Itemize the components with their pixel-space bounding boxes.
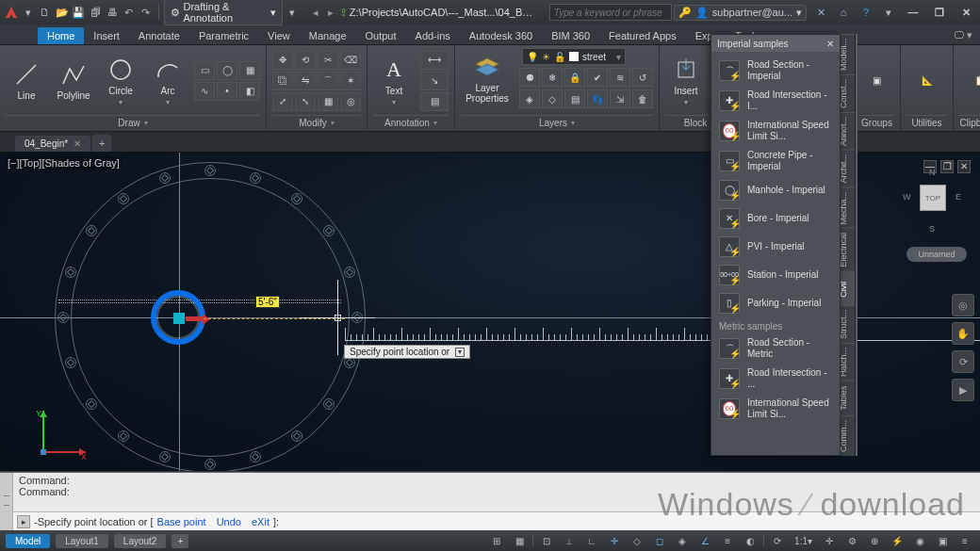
- dynamic-distance-input[interactable]: 5'-6": [255, 296, 280, 308]
- palette-side-tab[interactable]: Struct...: [839, 305, 855, 343]
- palette-side-tab[interactable]: Modeli...: [839, 34, 855, 74]
- measure-button[interactable]: 📐: [906, 67, 947, 95]
- circle-button[interactable]: Circle▾: [100, 56, 141, 106]
- base-point-grip[interactable]: [173, 313, 185, 324]
- nav-pan-icon[interactable]: ✋: [952, 322, 974, 345]
- 3dosnap-toggle-icon[interactable]: ◈: [673, 532, 692, 549]
- new-drawing-tab[interactable]: +: [92, 135, 111, 152]
- palette-item[interactable]: ⏜⚡Road Section - Imperial: [711, 56, 840, 86]
- move-icon[interactable]: ✥: [272, 51, 293, 70]
- isolate-icon[interactable]: ◉: [910, 532, 929, 549]
- insert-block-button[interactable]: Insert▾: [665, 56, 707, 106]
- transparency-toggle-icon[interactable]: ◐: [741, 532, 760, 549]
- palette-side-tab[interactable]: Mecha...: [839, 187, 855, 229]
- ribbon-tab-view[interactable]: View: [258, 27, 300, 44]
- ribbon-tab-insert[interactable]: Insert: [84, 27, 129, 44]
- layer-off-icon[interactable]: ⚈: [519, 68, 540, 87]
- app-logo-icon[interactable]: [4, 4, 19, 21]
- ribbon-tab-addins[interactable]: Add-ins: [406, 27, 460, 44]
- palette-side-tab[interactable]: Comm...: [839, 415, 855, 456]
- anno-scale[interactable]: 1:1 ▾: [791, 532, 816, 549]
- minimize-button[interactable]: —: [903, 4, 923, 21]
- palette-item[interactable]: 60⚡International Speed Limit Si...: [711, 394, 840, 424]
- nav-wheel-icon[interactable]: ◎: [952, 294, 974, 316]
- command-input[interactable]: ▸ -Specify point location or [ Base poin…: [13, 511, 980, 530]
- ribbon-tab-featured[interactable]: Featured Apps: [599, 27, 686, 44]
- user-account[interactable]: 🔑 👤 subpartner@au... ▾: [674, 5, 807, 21]
- plot-icon[interactable]: 🖶: [105, 4, 120, 21]
- qat-dropdown-icon[interactable]: ▾: [21, 4, 36, 21]
- layer-walk-icon[interactable]: 👣: [587, 89, 608, 108]
- cmd-option-basepoint[interactable]: Base point: [157, 516, 206, 527]
- lineweight-toggle-icon[interactable]: ≡: [718, 532, 737, 549]
- viewcube-wcs-label[interactable]: Unnamed: [906, 247, 967, 262]
- save-icon[interactable]: 💾: [71, 4, 86, 21]
- hatch-icon[interactable]: ▦: [239, 61, 260, 80]
- cmd-option-undo[interactable]: Undo: [217, 516, 241, 527]
- layer-current-dropdown[interactable]: 💡 ☀ 🔓 street ▾: [522, 48, 626, 65]
- help-icon[interactable]: ?: [858, 4, 874, 21]
- layout-tab-model[interactable]: Model: [6, 534, 50, 548]
- palette-close-icon[interactable]: ✕: [826, 39, 834, 49]
- palette-side-tab[interactable]: Electrical: [839, 228, 855, 271]
- ribbon-tab-parametric[interactable]: Parametric: [189, 27, 258, 44]
- stretch-icon[interactable]: ⤢: [272, 92, 293, 111]
- viewport-label[interactable]: [−][Top][Shades of Gray]: [6, 156, 122, 170]
- dimension-icon[interactable]: ⟷: [420, 51, 449, 70]
- table-icon[interactable]: ▤: [420, 92, 449, 111]
- redo-icon[interactable]: ↷: [139, 4, 154, 21]
- layer-properties-button[interactable]: Layer Properties: [461, 53, 514, 104]
- command-window[interactable]: Command: Command: ▸ -Specify point locat…: [0, 472, 980, 530]
- autodesk-icon[interactable]: ⌂: [835, 4, 852, 21]
- cycling-icon[interactable]: ⟳: [768, 532, 787, 549]
- array-icon[interactable]: ▦: [318, 92, 338, 111]
- osnap-toggle-icon[interactable]: ◻: [650, 532, 669, 549]
- grid-toggle-icon[interactable]: ▦: [510, 532, 529, 549]
- iso-toggle-icon[interactable]: ◇: [628, 532, 646, 549]
- text-button[interactable]: AText▾: [373, 56, 415, 106]
- point-icon[interactable]: •: [217, 82, 237, 101]
- palette-side-tab[interactable]: Tables: [839, 381, 855, 415]
- ribbon-options-icon[interactable]: 🖵 ▾: [946, 26, 980, 44]
- viewcube-face[interactable]: TOP: [920, 185, 946, 211]
- ribbon-tab-a360[interactable]: Autodesk 360: [460, 27, 542, 44]
- scale-icon[interactable]: ⤡: [295, 92, 316, 111]
- open-icon[interactable]: 📂: [55, 4, 70, 21]
- palette-side-tab[interactable]: Archit...: [839, 150, 855, 187]
- palette-item[interactable]: ✚⚡Road Intersection - ...: [711, 364, 840, 394]
- workspace-icon[interactable]: ⚙: [842, 532, 861, 549]
- copy-icon[interactable]: ⿻: [272, 72, 293, 90]
- palette-side-tab[interactable]: Hatch...: [839, 343, 855, 381]
- layer-state-icon[interactable]: ▤: [564, 89, 585, 108]
- share-icon[interactable]: ⇪: [339, 7, 348, 19]
- ribbon-tab-output[interactable]: Output: [356, 27, 406, 44]
- nav-orbit-icon[interactable]: ⟳: [952, 350, 974, 373]
- help-dd-icon[interactable]: ▾: [880, 4, 897, 21]
- ribbon-tab-manage[interactable]: Manage: [300, 27, 356, 44]
- rotate-icon[interactable]: ⟲: [295, 51, 316, 70]
- ortho-toggle-icon[interactable]: ∟: [582, 532, 601, 549]
- ribbon-tab-bim360[interactable]: BIM 360: [542, 27, 599, 44]
- rectangle-icon[interactable]: ▭: [194, 61, 215, 80]
- infer-toggle-icon[interactable]: ⟂: [560, 532, 579, 549]
- layer-delete-icon[interactable]: 🗑: [632, 89, 653, 108]
- otrack-toggle-icon[interactable]: ∠: [695, 532, 714, 549]
- customize-icon[interactable]: ≡: [956, 532, 974, 549]
- palette-item[interactable]: ✕⚡Bore - Imperial: [711, 204, 840, 233]
- anno-monitor-icon[interactable]: ⊕: [865, 532, 884, 549]
- palette-side-tab[interactable]: Annot...: [839, 112, 855, 150]
- polar-toggle-icon[interactable]: ✛: [605, 532, 624, 549]
- line-button[interactable]: Line: [6, 60, 47, 101]
- viewcube[interactable]: N S E W TOP: [899, 164, 965, 239]
- fillet-icon[interactable]: ⌒: [318, 72, 338, 90]
- layer-lock-icon[interactable]: 🔒: [564, 68, 585, 87]
- mirror-icon[interactable]: ⇋: [295, 72, 316, 90]
- paste-button[interactable]: 📋: [959, 67, 980, 95]
- palette-side-tab[interactable]: Civil: [839, 271, 855, 306]
- spline-icon[interactable]: ∿: [194, 82, 215, 101]
- palette-item[interactable]: 60⚡International Speed Limit Si...: [711, 116, 840, 146]
- layer-merge-icon[interactable]: ⇲: [610, 89, 630, 108]
- ucs-icon[interactable]: YX: [34, 405, 90, 462]
- restore-button[interactable]: ❐: [929, 4, 950, 21]
- palette-item[interactable]: △⚡PVI - Imperial: [711, 233, 840, 261]
